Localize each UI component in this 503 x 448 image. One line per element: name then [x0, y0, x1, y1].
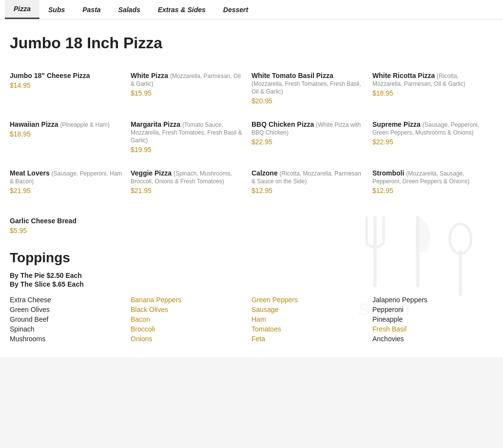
menu-item-margarita: Margarita Pizza (Tomato Sauce, Mozzarell… [131, 113, 252, 161]
topping-tomatoes: Tomatoes [252, 325, 372, 333]
tab-subs[interactable]: Subs [39, 1, 74, 19]
menu-item-white-pizza: White Pizza (Mozzarella, Parmesan, Oil &… [131, 64, 252, 113]
topping-green-olives: Green Olives [10, 306, 131, 313]
topping-jalapeno-peppers: Jalapeno Peppers [372, 296, 493, 304]
menu-item-white-ricotta: White Ricotta Pizza (Ricotta, Mozzarella… [372, 64, 493, 113]
topping-black-olives: Black Olives [131, 306, 252, 313]
topping-bacon: Bacon [131, 315, 252, 323]
topping-ham: Ham [252, 315, 372, 323]
topping-spinach: Spinach [10, 325, 131, 333]
toppings-by-slice: By The Slice $.65 Each [10, 280, 493, 288]
menu-item-bbq-chicken: BBQ Chicken Pizza (White Pizza with BBQ … [252, 113, 372, 161]
tab-pasta[interactable]: Pasta [74, 1, 109, 19]
menu-item-garlic-bread: Garlic Cheese Bread $5.95 [10, 217, 493, 234]
topping-mushrooms: Mushrooms [10, 335, 131, 343]
toppings-col-3: Green Peppers Sausage Ham Tomatoes Feta [252, 296, 372, 343]
topping-pineapple: Pineapple [372, 315, 493, 323]
topping-green-peppers: Green Peppers [252, 296, 372, 304]
menu-item-cheese-pizza: Jumbo 18" Cheese Pizza $14.95 [10, 64, 131, 113]
navigation: Pizza Subs Pasta Salads Extras & Sides D… [0, 0, 503, 19]
tab-pizza[interactable]: Pizza [5, 0, 39, 19]
topping-fresh-basil: Fresh Basil [372, 325, 493, 333]
menu-item-supreme: Supreme Pizza (Sausage, Pepperoni, Green… [372, 113, 493, 161]
tab-dessert[interactable]: Dessert [214, 1, 257, 19]
topping-anchovies: Anchovies [372, 335, 493, 343]
tab-extras[interactable]: Extras & Sides [149, 1, 214, 19]
topping-extra-cheese: Extra Cheese [10, 296, 131, 304]
topping-ground-beef: Ground Beef [10, 315, 131, 323]
menu-item-white-tomato: White Tomato Basil Pizza (Mozzarella, Fr… [252, 64, 372, 113]
toppings-col-2: Banana Peppers Black Olives Bacon Brocco… [131, 296, 252, 343]
tab-salads[interactable]: Salads [110, 1, 149, 19]
topping-feta: Feta [252, 335, 372, 343]
menu-item-hawaiian: Hawaiian Pizza (Pineapple & Ham) $18.95 [10, 113, 131, 161]
topping-onions: Onions [131, 335, 252, 343]
menu-item-stromboli: Stromboli (Mozzarella, Sausage, Pepperon… [372, 161, 493, 202]
topping-banana-peppers: Banana Peppers [131, 296, 252, 304]
topping-pepperoni: Pepperoni [372, 306, 493, 313]
menu-item-calzone: Calzone (Ricotta, Mozzarella, Parmesan &… [252, 161, 372, 202]
toppings-col-1: Extra Cheese Green Olives Ground Beef Sp… [10, 296, 131, 343]
toppings-col-4: Jalapeno Peppers Pepperoni Pineapple Fre… [372, 296, 493, 343]
menu-item-meat-lovers: Meat Lovers (Sausage, Pepperoni, Ham & B… [10, 161, 131, 202]
menu-item-veggie: Veggie Pizza (Spinach, Mushrooms, Brocco… [131, 161, 252, 202]
topping-sausage: Sausage [252, 306, 372, 313]
menu-grid: Jumbo 18" Cheese Pizza $14.95 White Pizz… [10, 64, 493, 202]
toppings-by-pie: By The Pie $2.50 Each [10, 272, 493, 279]
topping-broccoli: Broccoli [131, 325, 252, 333]
toppings-title: Toppings [10, 250, 493, 266]
toppings-grid: Extra Cheese Green Olives Ground Beef Sp… [10, 296, 493, 343]
section-title-pizza: Jumbo 18 Inch Pizza [10, 34, 493, 52]
